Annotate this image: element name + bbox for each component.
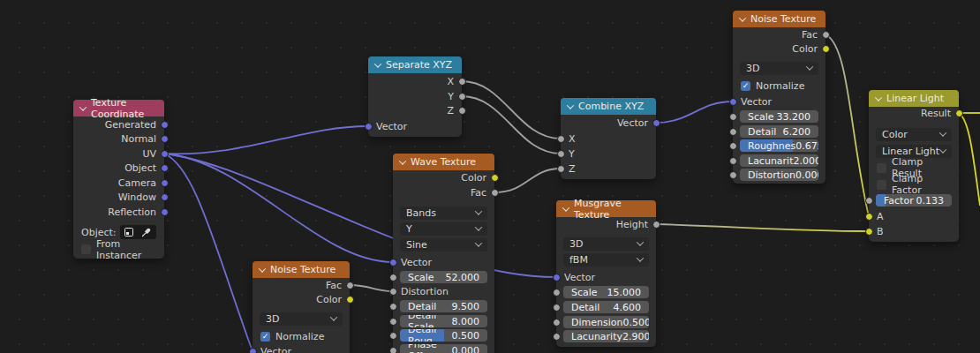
socket-input-detail-scale[interactable] (389, 318, 397, 326)
wave-type-dropdown[interactable]: Bands (400, 207, 487, 220)
node-header[interactable]: Combine XYZ (561, 98, 656, 115)
chevron-down-icon (475, 223, 482, 230)
socket-output-color[interactable] (822, 45, 830, 53)
wire-noisefac-to-distortion (350, 285, 393, 291)
dimensions-dropdown[interactable]: 3D (260, 312, 343, 326)
socket-input-x[interactable] (557, 135, 565, 143)
socket-output-z[interactable] (458, 107, 466, 115)
socket-input-detail[interactable] (553, 304, 561, 312)
socket-input-z[interactable] (557, 165, 565, 173)
dimensions-dropdown[interactable]: 3D (563, 237, 649, 251)
dimensions-dropdown[interactable]: 3D (740, 62, 818, 75)
socket-input-vector[interactable] (389, 259, 397, 267)
node-header[interactable]: Separate XYZ (368, 56, 462, 73)
socket-output-object[interactable] (161, 164, 169, 172)
node-combine-xyz[interactable]: Combine XYZ Vector X Y Z (561, 98, 656, 179)
node-wave-texture[interactable]: Wave Texture Color Fac Bands Y Sine Vect… (393, 154, 494, 353)
wave-profile-dropdown[interactable]: Sine (400, 238, 487, 252)
socket-input-lacunarity[interactable] (553, 333, 561, 341)
node-header[interactable]: Noise Texture (733, 11, 825, 27)
data-type-dropdown[interactable]: Color (876, 128, 952, 141)
node-musgrave-texture[interactable]: Musgrave Texture Height 3D fBM Vector Sc… (556, 200, 656, 347)
socket-output-uv[interactable] (161, 150, 169, 158)
clamp-result-checkbox[interactable] (877, 163, 886, 173)
node-texture-coordinate[interactable]: Texture Coordinate Generated Normal UV O… (73, 100, 164, 259)
socket-output-x[interactable] (458, 78, 466, 86)
detail-roughness-slider[interactable]: Detail Roug0.500 (400, 329, 487, 342)
socket-input-detail[interactable] (389, 303, 397, 311)
input-label: Vector (564, 272, 595, 283)
socket-output-result[interactable] (955, 109, 963, 117)
scale-slider[interactable]: Scale52.000 (400, 271, 487, 283)
socket-output-y[interactable] (458, 93, 466, 101)
socket-output-color[interactable] (491, 174, 499, 182)
socket-input-vector[interactable] (729, 98, 737, 106)
socket-input-a[interactable] (865, 213, 873, 221)
phase-offset-slider[interactable]: Phase Offse0.000 (400, 344, 487, 353)
roughness-slider[interactable]: Roughnes0.675 (740, 139, 818, 152)
socket-input-phase-offset[interactable] (389, 347, 397, 353)
socket-input-roughness[interactable] (729, 142, 737, 150)
node-noise-texture-top[interactable]: Noise Texture Fac Color 3D ✓ Normalize V… (733, 11, 825, 184)
socket-output-camera[interactable] (161, 179, 169, 187)
lacunarity-slider[interactable]: Lacunarity2.900 (563, 330, 649, 342)
socket-output-vector[interactable] (652, 119, 660, 127)
node-linear-light-mix[interactable]: Linear Light Result Color Linear Light C… (869, 90, 959, 242)
lacunarity-slider[interactable]: Lacunarit2.000 (740, 154, 818, 167)
socket-input-vector[interactable] (365, 123, 373, 131)
socket-output-normal[interactable] (161, 135, 169, 143)
socket-input-vector[interactable] (553, 274, 561, 282)
node-header[interactable]: Linear Light (869, 90, 959, 107)
socket-input-scale[interactable] (553, 289, 561, 297)
wave-axis-dropdown[interactable]: Y (400, 222, 487, 236)
musgrave-type-dropdown[interactable]: fBM (563, 253, 649, 267)
socket-output-fac[interactable] (491, 189, 499, 197)
scale-slider[interactable]: Scale15.000 (563, 286, 649, 298)
scale-slider[interactable]: Scale33.200 (740, 110, 818, 123)
socket-input-lacunarity[interactable] (729, 157, 737, 165)
socket-output-fac[interactable] (822, 31, 830, 39)
socket-input-b[interactable] (865, 228, 873, 236)
node-editor-canvas[interactable]: Texture Coordinate Generated Normal UV O… (0, 0, 980, 353)
distortion-slider[interactable]: Distortion0.000 (740, 169, 818, 181)
socket-input-distortion[interactable] (729, 171, 737, 179)
normalize-checkbox[interactable]: ✓ (741, 81, 750, 91)
socket-output-color[interactable] (346, 296, 354, 304)
socket-output-reflection[interactable] (161, 208, 169, 216)
socket-input-scale[interactable] (729, 113, 737, 121)
collapse-chevron-icon (259, 265, 266, 272)
node-header[interactable]: Noise Texture (253, 261, 350, 278)
socket-input-detail-roughness[interactable] (389, 332, 397, 340)
socket-output-height[interactable] (652, 221, 660, 229)
socket-output-generated[interactable] (161, 121, 169, 129)
socket-input-distortion[interactable] (389, 288, 397, 296)
normalize-checkbox[interactable]: ✓ (260, 332, 270, 342)
socket-output-fac[interactable] (346, 282, 354, 289)
node-separate-xyz[interactable]: Separate XYZ X Y Z Vector (368, 56, 462, 137)
detail-slider[interactable]: Detail4.600 (563, 301, 649, 313)
socket-input-detail[interactable] (729, 128, 737, 136)
socket-input-dimension[interactable] (553, 319, 561, 327)
output-label: Fac (326, 280, 342, 291)
dimension-slider[interactable]: Dimension0.500 (563, 316, 649, 328)
wire-comb-to-noise-top-vector (656, 101, 733, 123)
detail-slider[interactable]: Detail9.500 (400, 300, 487, 312)
socket-input-factor[interactable] (865, 197, 873, 205)
socket-input-y[interactable] (557, 150, 565, 158)
output-label: Fac (802, 29, 818, 41)
node-header[interactable]: Wave Texture (393, 154, 494, 170)
node-header[interactable]: Musgrave Texture (556, 200, 656, 217)
output-label: Color (316, 294, 342, 305)
from-instancer-checkbox[interactable] (81, 244, 91, 254)
node-noise-texture-left[interactable]: Noise Texture Fac Color 3D ✓ Normalize V… (253, 261, 350, 353)
detail-slider[interactable]: Detail6.200 (740, 125, 818, 138)
socket-input-scale[interactable] (389, 274, 397, 282)
socket-output-window[interactable] (161, 193, 169, 201)
node-header[interactable]: Texture Coordinate (73, 100, 164, 116)
eyedropper-icon[interactable] (141, 227, 152, 237)
detail-scale-slider[interactable]: Detail Scale8.000 (400, 315, 487, 327)
factor-slider[interactable]: Factor0.133 (876, 194, 952, 207)
socket-input-vector[interactable] (249, 348, 257, 353)
output-label: Color (461, 172, 486, 184)
clamp-factor-checkbox[interactable] (877, 180, 886, 190)
